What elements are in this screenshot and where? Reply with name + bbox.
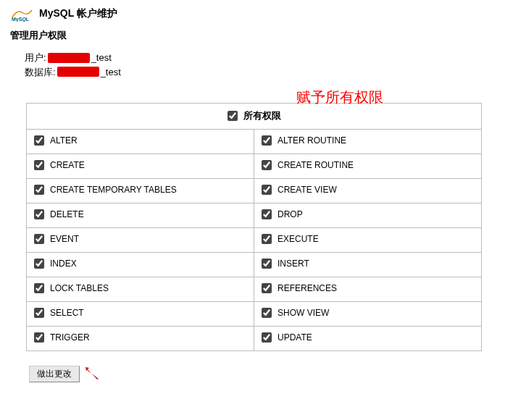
privilege-checkbox[interactable] xyxy=(262,185,272,195)
privilege-cell: CREATE ROUTINE xyxy=(254,154,482,179)
privilege-label[interactable]: ALTER xyxy=(34,135,78,146)
privilege-checkbox[interactable] xyxy=(262,308,272,318)
mysql-logo-icon: MySQL xyxy=(10,6,35,22)
privilege-cell: TRIGGER xyxy=(27,327,254,351)
privilege-cell: ALTER xyxy=(27,130,254,154)
privilege-cell: INSERT xyxy=(254,253,482,277)
all-privileges-checkbox[interactable] xyxy=(228,111,238,121)
privilege-label[interactable]: EVENT xyxy=(34,234,79,244)
table-row: ALTERALTER ROUTINE xyxy=(27,130,482,154)
privilege-cell: UPDATE xyxy=(254,327,482,351)
privilege-text: ALTER xyxy=(50,135,78,146)
info-block: 用户: _test 数据库: _test xyxy=(25,51,495,79)
privilege-label[interactable]: INDEX xyxy=(34,259,77,269)
privilege-label[interactable]: LOCK TABLES xyxy=(34,283,109,293)
privilege-cell: DROP xyxy=(254,203,482,228)
privilege-text: EVENT xyxy=(50,234,79,244)
privilege-cell: CREATE xyxy=(27,154,254,179)
all-privileges-text: 所有权限 xyxy=(243,109,281,122)
privilege-cell: REFERENCES xyxy=(254,277,482,302)
privilege-text: CREATE ROUTINE xyxy=(277,160,354,170)
privilege-label[interactable]: SELECT xyxy=(34,308,84,318)
privilege-checkbox[interactable] xyxy=(262,135,272,146)
privilege-text: CREATE xyxy=(50,160,85,170)
table-row: CREATECREATE ROUTINE xyxy=(27,154,482,179)
privilege-text: DELETE xyxy=(50,209,84,219)
privilege-label[interactable]: TRIGGER xyxy=(34,332,90,343)
privilege-cell: INDEX xyxy=(27,253,254,277)
user-suffix: _test xyxy=(91,51,112,65)
svg-text:MySQL: MySQL xyxy=(12,17,30,22)
table-row: LOCK TABLESREFERENCES xyxy=(27,277,482,302)
privilege-label[interactable]: DROP xyxy=(262,209,303,219)
privilege-text: CREATE TEMPORARY TABLES xyxy=(50,185,177,195)
user-label: 用户: xyxy=(25,51,46,65)
privilege-checkbox[interactable] xyxy=(262,332,272,343)
privilege-text: DROP xyxy=(277,209,303,219)
privilege-label[interactable]: CREATE VIEW xyxy=(262,185,337,195)
privilege-label[interactable]: UPDATE xyxy=(262,332,312,343)
privilege-checkbox[interactable] xyxy=(34,234,44,244)
privilege-text: LOCK TABLES xyxy=(50,283,109,293)
privileges-table: 所有权限 ALTERALTER ROUTINECREATECREATE ROUT… xyxy=(26,103,482,351)
privilege-label[interactable]: CREATE xyxy=(34,160,85,170)
all-privileges-cell: 所有权限 xyxy=(27,104,482,130)
privilege-checkbox[interactable] xyxy=(262,160,272,170)
arrow-icon xyxy=(84,366,100,382)
submit-button[interactable]: 做出更改 xyxy=(29,366,80,382)
privilege-cell: EVENT xyxy=(27,228,254,253)
privilege-cell: SHOW VIEW xyxy=(254,302,482,327)
privilege-checkbox[interactable] xyxy=(34,332,44,343)
privilege-cell: EXECUTE xyxy=(254,228,482,253)
privilege-text: REFERENCES xyxy=(277,283,337,293)
user-row: 用户: _test xyxy=(25,51,495,65)
privilege-text: SHOW VIEW xyxy=(277,308,329,318)
privilege-checkbox[interactable] xyxy=(34,185,44,195)
all-privileges-label[interactable]: 所有权限 xyxy=(228,109,281,122)
redacted-db xyxy=(57,67,99,77)
privilege-label[interactable]: DELETE xyxy=(34,209,84,219)
table-row: SELECTSHOW VIEW xyxy=(27,302,482,327)
privilege-checkbox[interactable] xyxy=(34,283,44,293)
svg-marker-1 xyxy=(85,367,99,379)
privilege-checkbox[interactable] xyxy=(34,308,44,318)
privilege-text: EXECUTE xyxy=(277,234,319,244)
db-suffix: _test xyxy=(101,65,121,80)
privilege-checkbox[interactable] xyxy=(262,259,272,269)
privilege-label[interactable]: SHOW VIEW xyxy=(262,308,329,318)
privilege-cell: CREATE TEMPORARY TABLES xyxy=(27,179,254,203)
db-row: 数据库: _test xyxy=(25,65,495,80)
privilege-text: UPDATE xyxy=(277,332,312,343)
privilege-text: INDEX xyxy=(50,259,77,269)
privilege-text: ALTER ROUTINE xyxy=(277,135,346,146)
privilege-checkbox[interactable] xyxy=(262,283,272,293)
privilege-label[interactable]: EXECUTE xyxy=(262,234,319,244)
privilege-label[interactable]: CREATE TEMPORARY TABLES xyxy=(34,185,177,195)
db-label: 数据库: xyxy=(25,65,56,80)
subtitle: 管理用户权限 xyxy=(10,29,495,42)
privilege-checkbox[interactable] xyxy=(34,209,44,219)
privilege-cell: ALTER ROUTINE xyxy=(254,130,482,154)
privilege-cell: CREATE VIEW xyxy=(254,179,482,203)
privilege-checkbox[interactable] xyxy=(34,259,44,269)
table-row: CREATE TEMPORARY TABLESCREATE VIEW xyxy=(27,179,482,203)
privilege-cell: DELETE xyxy=(27,203,254,228)
privilege-cell: SELECT xyxy=(27,302,254,327)
privilege-checkbox[interactable] xyxy=(34,160,44,170)
redacted-user xyxy=(48,53,90,63)
privilege-text: CREATE VIEW xyxy=(277,185,337,195)
privilege-label[interactable]: INSERT xyxy=(262,259,309,269)
page-header: MySQL MySQL 帐户维护 xyxy=(10,6,495,22)
privilege-label[interactable]: ALTER ROUTINE xyxy=(262,135,346,146)
privilege-label[interactable]: CREATE ROUTINE xyxy=(262,160,354,170)
table-row: DELETEDROP xyxy=(27,203,482,228)
privilege-label[interactable]: REFERENCES xyxy=(262,283,337,293)
privilege-checkbox[interactable] xyxy=(262,234,272,244)
privilege-checkbox[interactable] xyxy=(34,135,44,146)
privilege-checkbox[interactable] xyxy=(262,209,272,219)
privilege-text: INSERT xyxy=(277,259,309,269)
page-title: MySQL 帐户维护 xyxy=(39,7,117,20)
table-row: EVENTEXECUTE xyxy=(27,228,482,253)
privilege-cell: LOCK TABLES xyxy=(27,277,254,302)
table-row: INDEXINSERT xyxy=(27,253,482,277)
